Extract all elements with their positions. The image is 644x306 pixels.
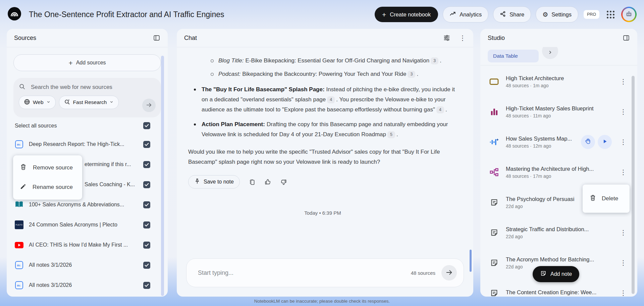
search-input[interactable] [30, 84, 156, 91]
select-all-checkbox[interactable] [143, 122, 150, 129]
item-more-menu-icon[interactable]: ⋮ [619, 290, 628, 296]
sources-panel-header: Sources [7, 29, 168, 47]
source-title: AI CEO: THIS is How I'd Make My First ..… [29, 242, 138, 248]
save-to-note-button[interactable]: Save to note [188, 175, 240, 189]
source-title: All notes 3/1/2026 [29, 282, 138, 288]
source-checkbox[interactable] [143, 282, 150, 289]
source-checkbox[interactable] [143, 181, 150, 188]
bullet-label: Action Plan Placement: [202, 121, 265, 128]
research-sparkle-icon [64, 99, 70, 106]
research-chip-label: Fast Research [73, 99, 107, 105]
studio-artifact-list: High Ticket Architecture 48 sources · 1m… [480, 66, 637, 297]
item-more-menu-icon[interactable]: ⋮ [619, 108, 628, 115]
bullet-tail: . [396, 131, 398, 138]
citation-chip[interactable]: 4 [436, 106, 444, 113]
add-sources-label: Add sources [76, 60, 106, 66]
interactive-mode-button[interactable] [581, 135, 595, 149]
source-row[interactable]: m↓ All notes 3/1/2026 [7, 275, 168, 295]
chat-input-bar: 48 sources [186, 258, 464, 287]
share-icon [500, 11, 506, 18]
studio-item-title: The Acronym Method for Batching... [506, 256, 613, 263]
chips-scroll-right-button[interactable] [542, 47, 558, 59]
web-search-card: Web Fast Research [13, 78, 161, 117]
source-checkbox[interactable] [143, 242, 150, 249]
studio-item[interactable]: Mastering the Architecture of High... 48… [480, 157, 637, 187]
citation-chip[interactable]: 3 [408, 71, 415, 78]
trash-icon [20, 163, 27, 172]
source-row[interactable]: m↓ Deep Research Report: The High-Tick..… [7, 134, 168, 154]
studio-scrollbar[interactable] [632, 76, 635, 294]
chevron-down-icon [46, 99, 51, 105]
source-row[interactable]: AI CEO: THIS is How I'd Make My First ..… [7, 235, 168, 255]
analytics-label: Analytics [460, 11, 482, 18]
research-mode-dropdown[interactable]: Fast Research [59, 96, 119, 109]
share-button[interactable]: Share [493, 6, 531, 22]
analytics-button[interactable]: Analytics [443, 6, 488, 22]
notebook-title[interactable]: The One-Sentence Profit Extractor and AI… [29, 10, 224, 19]
item-more-menu-icon[interactable]: ⋮ [619, 169, 628, 175]
globe-icon [24, 99, 30, 106]
source-checkbox[interactable] [143, 201, 150, 208]
settings-button[interactable]: ⚙ Settings [536, 6, 578, 22]
notebooklm-logo-icon[interactable] [7, 7, 21, 22]
chat-input[interactable] [197, 269, 405, 277]
studio-item[interactable]: Strategic Traffic and Distribution... 22… [480, 217, 637, 248]
chat-settings-tune-icon[interactable] [443, 34, 450, 42]
citation-chip[interactable]: 3 [431, 57, 438, 64]
settings-label: Settings [551, 11, 572, 18]
note-icon [488, 198, 500, 207]
rename-source-menu-item[interactable]: Rename source [13, 177, 82, 197]
citation-chip[interactable]: 4 [327, 96, 335, 103]
chat-scrollbar[interactable] [470, 250, 472, 272]
collapse-studio-panel-icon[interactable] [623, 34, 630, 42]
source-title: Deep Research Report: The High-Tick... [29, 141, 138, 147]
source-row[interactable]: PLECTO 24 Common Sales Acronyms | Plecto [7, 215, 168, 235]
citation-chip[interactable]: 5 [387, 131, 395, 138]
item-more-menu-icon[interactable]: ⋮ [619, 78, 628, 85]
sources-scrollbar[interactable] [161, 56, 164, 296]
source-checkbox[interactable] [143, 141, 150, 148]
collapse-sources-panel-icon[interactable] [153, 34, 160, 42]
chat-more-menu-icon[interactable]: ⋮ [459, 35, 466, 41]
source-checkbox[interactable] [143, 161, 150, 168]
copy-icon[interactable] [249, 178, 256, 186]
play-audio-button[interactable] [598, 135, 612, 149]
source-context-menu: Remove source Rename source [13, 155, 82, 200]
create-notebook-button[interactable]: + Create notebook [375, 7, 438, 22]
youtube-icon [15, 242, 23, 248]
bullet-text: E-Bike Bikepacking: Essential Gear for O… [245, 57, 429, 64]
search-submit-button[interactable] [142, 99, 156, 112]
plecto-favicon: PLECTO [15, 220, 23, 229]
item-more-menu-icon[interactable]: ⋮ [619, 229, 628, 236]
studio-item[interactable]: How Sales Systems Map... 48 sources · 12… [480, 127, 637, 157]
studio-item-title: Mastering the Architecture of High... [506, 166, 613, 172]
add-note-button[interactable]: Add note [533, 266, 579, 282]
item-more-menu-icon[interactable]: ⋮ [619, 139, 628, 145]
source-checkbox[interactable] [143, 221, 150, 228]
bullet-label: Podcast: [218, 71, 240, 77]
send-message-button[interactable] [441, 265, 457, 280]
web-source-dropdown[interactable]: Web [19, 96, 56, 109]
data-table-chip[interactable]: Data Table [488, 50, 539, 62]
studio-item[interactable]: High-Ticket Mastery Sales Blueprint 48 s… [480, 97, 637, 127]
account-avatar[interactable] [621, 7, 637, 22]
source-row[interactable]: m↓ All notes 3/1/2026 [7, 255, 168, 275]
pencil-icon [20, 183, 26, 192]
source-checkbox[interactable] [143, 262, 150, 269]
studio-item-title: The Content Creation Engine: Wee... [506, 289, 613, 296]
trending-up-icon [449, 10, 456, 18]
thumbs-up-icon[interactable] [264, 178, 271, 186]
studio-item[interactable]: High Ticket Architecture 48 sources · 1m… [480, 66, 637, 97]
studio-item-title: Strategic Traffic and Distribution... [506, 226, 613, 233]
studio-item-meta: 48 sources · 12m ago [506, 143, 576, 149]
web-chip-label: Web [33, 99, 44, 105]
item-more-menu-icon[interactable]: ⋮ [619, 259, 628, 266]
chevron-right-icon [548, 50, 552, 56]
remove-source-menu-item[interactable]: Remove source [13, 158, 82, 177]
google-apps-grid-icon[interactable] [607, 11, 614, 18]
add-sources-button[interactable]: + Add sources [13, 54, 161, 71]
notebooklm-app: The One-Sentence Profit Extractor and AI… [0, 0, 644, 306]
share-label: Share [509, 11, 524, 18]
studio-item-context-menu[interactable]: Delete [583, 185, 630, 213]
thumbs-down-icon[interactable] [280, 178, 287, 186]
